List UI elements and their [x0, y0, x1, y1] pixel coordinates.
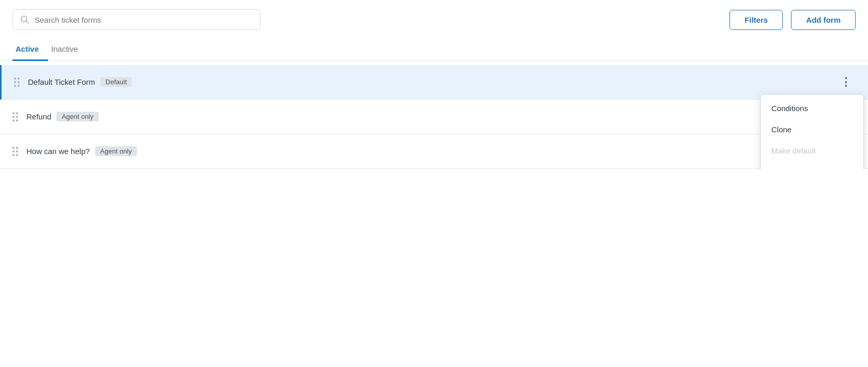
table-row[interactable]: Default Ticket Form Default ⋮ Conditions… [0, 65, 868, 100]
svg-line-1 [26, 21, 29, 24]
form-badge: Agent only [95, 146, 137, 156]
dropdown-item-clone[interactable]: Clone [761, 119, 863, 140]
drag-handle[interactable] [14, 78, 20, 87]
form-name: Default Ticket Form [28, 78, 95, 86]
tabs-bar: Active Inactive [0, 39, 868, 61]
tab-active[interactable]: Active [12, 39, 48, 61]
search-icon [20, 15, 29, 24]
dropdown-item-make-default: Make default [761, 140, 863, 161]
form-name: How can we help? [26, 147, 90, 156]
dropdown-item-deactivate: Deactivate [761, 161, 863, 169]
tab-inactive[interactable]: Inactive [48, 39, 87, 61]
form-name: Refund [26, 112, 51, 121]
filters-button[interactable]: Filters [729, 10, 783, 30]
add-form-button[interactable]: Add form [791, 10, 856, 30]
kebab-menu-button[interactable]: ⋮ [836, 74, 856, 90]
top-bar: Filters Add form [0, 0, 868, 39]
dropdown-item-conditions[interactable]: Conditions [761, 98, 863, 119]
drag-handle[interactable] [12, 147, 18, 156]
forms-list: Default Ticket Form Default ⋮ Conditions… [0, 65, 868, 169]
search-input[interactable] [35, 16, 253, 24]
table-row[interactable]: How can we help? Agent only ⋮ [0, 134, 868, 169]
form-badge: Agent only [56, 112, 98, 121]
search-wrapper [12, 9, 261, 30]
table-row[interactable]: Refund Agent only ⋮ [0, 100, 868, 134]
dropdown-menu: Conditions Clone Make default Deactivate [760, 94, 864, 169]
drag-handle[interactable] [12, 112, 18, 121]
form-badge: Default [100, 77, 132, 87]
